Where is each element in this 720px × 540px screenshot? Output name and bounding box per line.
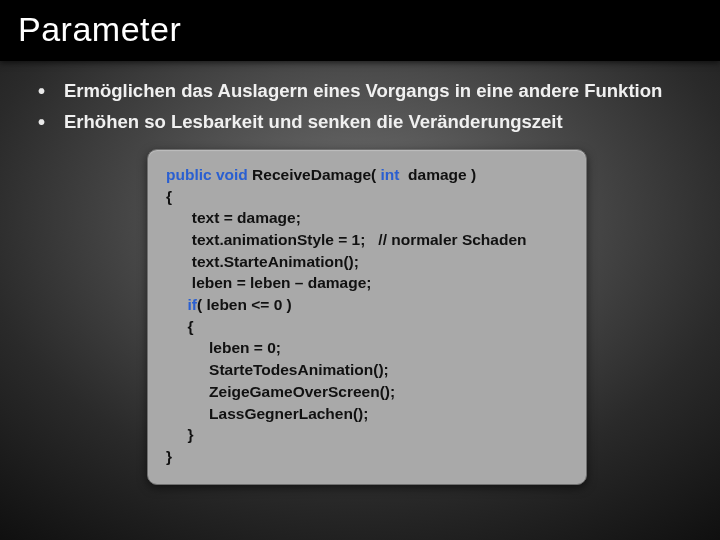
code-line: public void ReceiveDamage( int damage )	[166, 164, 568, 186]
code-text: damage )	[399, 166, 476, 183]
code-line: leben = leben – damage;	[166, 272, 568, 294]
code-line: StarteTodesAnimation();	[166, 359, 568, 381]
code-text: ( leben <= 0 )	[197, 296, 292, 313]
code-line: ZeigeGameOverScreen();	[166, 381, 568, 403]
code-line: leben = 0;	[166, 337, 568, 359]
code-line: text.animationStyle = 1; // normaler Sch…	[166, 229, 568, 251]
slide-content: Ermöglichen das Auslagern eines Vorgangs…	[0, 61, 720, 485]
bullet-item: Ermöglichen das Auslagern eines Vorgangs…	[60, 79, 674, 104]
code-line: if( leben <= 0 )	[166, 294, 568, 316]
bullet-list: Ermöglichen das Auslagern eines Vorgangs…	[60, 79, 674, 135]
code-block: public void ReceiveDamage( int damage ) …	[147, 149, 587, 485]
code-line: text.StarteAnimation();	[166, 251, 568, 273]
keyword-if: if	[166, 296, 197, 313]
keyword-int: int	[381, 166, 400, 183]
code-line: text = damage;	[166, 207, 568, 229]
bullet-item: Erhöhen so Lesbarkeit und senken die Ver…	[60, 110, 674, 135]
code-line: {	[166, 186, 568, 208]
code-line: LassGegnerLachen();	[166, 403, 568, 425]
code-line: {	[166, 316, 568, 338]
title-bar: Parameter	[0, 0, 720, 61]
code-line: }	[166, 446, 568, 468]
code-line: }	[166, 424, 568, 446]
keyword-public-void: public void	[166, 166, 248, 183]
slide-title: Parameter	[18, 10, 702, 49]
code-text: ReceiveDamage(	[248, 166, 381, 183]
